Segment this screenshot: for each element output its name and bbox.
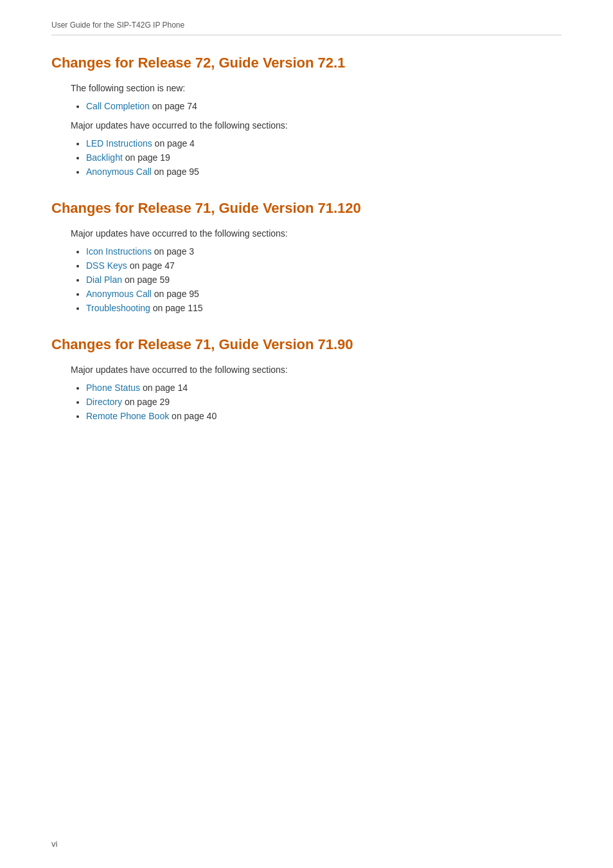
- backlight-link[interactable]: Backlight: [86, 152, 123, 163]
- list-item: Troubleshooting on page 115: [86, 303, 562, 313]
- header-bar: User Guide for the SIP-T42G IP Phone: [51, 19, 562, 35]
- icon-instructions-link[interactable]: Icon Instructions: [86, 246, 152, 257]
- suffix-text: on page: [150, 303, 188, 313]
- suffix-text: on page: [123, 152, 160, 163]
- section-body-2: Major updates have occurred to the follo…: [51, 228, 562, 313]
- call-completion-link[interactable]: Call Completion: [86, 101, 150, 111]
- page-container: User Guide for the SIP-T42G IP Phone Cha…: [0, 0, 613, 868]
- suffix-text: on page: [140, 383, 177, 393]
- page-number: 95: [189, 289, 199, 299]
- anonymous-call-link-2[interactable]: Anonymous Call: [86, 289, 152, 299]
- list-item: Backlight on page 19: [86, 152, 562, 163]
- suffix-text: on page: [169, 411, 206, 421]
- updated-items-list-3: Phone Status on page 14 Directory on pag…: [71, 383, 562, 421]
- page-number: 47: [164, 260, 175, 271]
- page-number: 19: [160, 152, 170, 163]
- page-number: 14: [177, 383, 188, 393]
- list-item: Anonymous Call on page 95: [86, 289, 562, 299]
- list-item: Phone Status on page 14: [86, 383, 562, 393]
- list-item: Call Completion on page 74: [86, 101, 562, 111]
- remote-phone-book-link[interactable]: Remote Phone Book: [86, 411, 169, 421]
- intro-updated-3: Major updates have occurred to the follo…: [71, 365, 562, 375]
- section-release-71-120: Changes for Release 71, Guide Version 71…: [51, 200, 562, 313]
- new-items-list-1: Call Completion on page 74: [71, 101, 562, 111]
- section-release-71-90: Changes for Release 71, Guide Version 71…: [51, 336, 562, 421]
- section-release-72: Changes for Release 72, Guide Version 72…: [51, 55, 562, 177]
- intro-updated-2: Major updates have occurred to the follo…: [71, 228, 562, 239]
- list-item: Remote Phone Book on page 40: [86, 411, 562, 421]
- page-number: 40: [207, 411, 217, 421]
- suffix-text: on page: [152, 167, 189, 177]
- page-number: 29: [159, 397, 170, 407]
- phone-status-link[interactable]: Phone Status: [86, 383, 140, 393]
- page-number: 95: [189, 167, 199, 177]
- directory-link[interactable]: Directory: [86, 397, 122, 407]
- page-number: 59: [159, 275, 170, 285]
- section-title-3: Changes for Release 71, Guide Version 71…: [51, 336, 562, 353]
- suffix-text: on page: [152, 138, 190, 149]
- section-title-2: Changes for Release 71, Guide Version 71…: [51, 200, 562, 217]
- footer-page-number: vi: [51, 839, 57, 849]
- dial-plan-link[interactable]: Dial Plan: [86, 275, 122, 285]
- list-item: Icon Instructions on page 3: [86, 246, 562, 257]
- suffix-text: on page: [150, 101, 187, 111]
- list-item: DSS Keys on page 47: [86, 260, 562, 271]
- list-item: Directory on page 29: [86, 397, 562, 407]
- suffix-text: on page: [122, 397, 159, 407]
- page-number: 74: [187, 101, 197, 111]
- list-item: Anonymous Call on page 95: [86, 167, 562, 177]
- page-number: 115: [188, 303, 202, 313]
- list-item: LED Instructions on page 4: [86, 138, 562, 149]
- intro-new-1: The following section is new:: [71, 83, 562, 93]
- updated-items-list-2: Icon Instructions on page 3 DSS Keys on …: [71, 246, 562, 313]
- list-item: Dial Plan on page 59: [86, 275, 562, 285]
- led-instructions-link[interactable]: LED Instructions: [86, 138, 152, 149]
- section-title-1: Changes for Release 72, Guide Version 72…: [51, 55, 562, 71]
- dss-keys-link[interactable]: DSS Keys: [86, 260, 127, 271]
- page-number: 3: [189, 246, 194, 257]
- suffix-text: on page: [152, 246, 189, 257]
- suffix-text: on page: [122, 275, 159, 285]
- troubleshooting-link[interactable]: Troubleshooting: [86, 303, 150, 313]
- suffix-text: on page: [152, 289, 189, 299]
- header-text: User Guide for the SIP-T42G IP Phone: [51, 21, 184, 30]
- section-body-1: The following section is new: Call Compl…: [51, 83, 562, 177]
- suffix-text: on page: [127, 260, 164, 271]
- page-number: 4: [190, 138, 195, 149]
- anonymous-call-link-1[interactable]: Anonymous Call: [86, 167, 152, 177]
- intro-updated-1: Major updates have occurred to the follo…: [71, 120, 562, 131]
- section-body-3: Major updates have occurred to the follo…: [51, 365, 562, 421]
- updated-items-list-1: LED Instructions on page 4 Backlight on …: [71, 138, 562, 177]
